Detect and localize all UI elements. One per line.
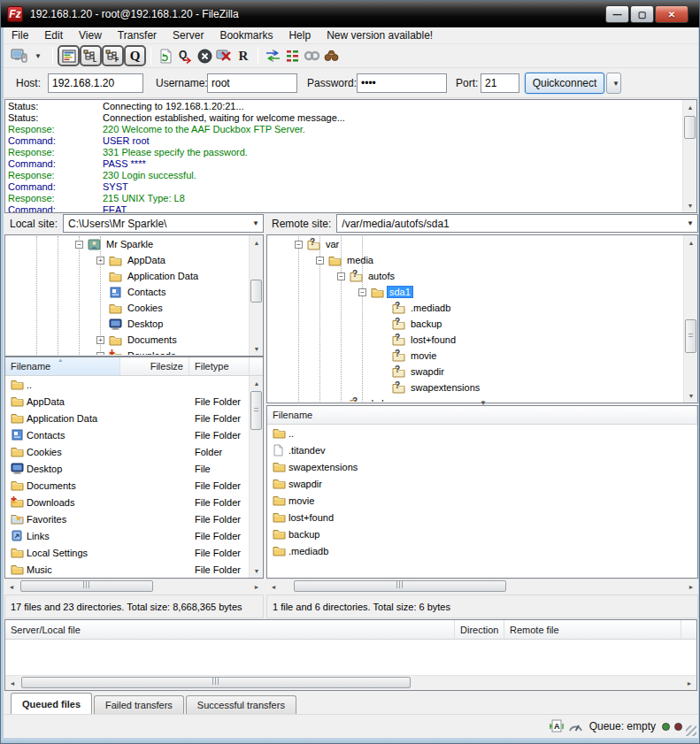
toggle-local-tree-icon[interactable]: L bbox=[80, 45, 102, 66]
queue-column-header-server-local-file[interactable]: Server/Local file bbox=[5, 620, 455, 639]
file-row-favorites[interactable]: ★FavoritesFile Folder bbox=[5, 510, 263, 527]
file-row-local-settings[interactable]: Local SettingsFile Folder bbox=[5, 544, 263, 561]
remote-path-combobox[interactable]: /var/media/autofs/sda1 ▼ bbox=[336, 214, 698, 233]
message-log[interactable]: Status:Connecting to 192.168.1.20:21...S… bbox=[4, 99, 697, 213]
column-header-filesize[interactable]: Filesize bbox=[120, 357, 189, 375]
menu-item-file[interactable]: File bbox=[4, 27, 36, 44]
scroll-up-arrow-icon[interactable]: ▲ bbox=[250, 235, 264, 249]
tree-node-label[interactable]: Desktop bbox=[125, 318, 165, 329]
tree-node-label[interactable]: Cookies bbox=[125, 303, 165, 313]
file-row-cookies[interactable]: CookiesFolder bbox=[5, 443, 263, 460]
tree-node-swapextensions[interactable]: ?swapextensions bbox=[268, 380, 696, 395]
tree-node-label[interactable]: lost+found bbox=[408, 334, 458, 345]
menu-item-help[interactable]: Help bbox=[281, 27, 319, 44]
cancel-icon[interactable] bbox=[195, 45, 214, 66]
column-header-filetype[interactable]: Filetype bbox=[189, 357, 250, 375]
scroll-up-arrow-icon[interactable]: ▲ bbox=[250, 376, 264, 390]
tree-node--mediadb[interactable]: ?.mediadb bbox=[268, 300, 696, 316]
file-row-desktop[interactable]: DesktopFile bbox=[5, 460, 263, 477]
search-icon[interactable] bbox=[321, 45, 341, 66]
tree-node-swapdir[interactable]: ?swapdir bbox=[268, 364, 696, 380]
tree-node-label[interactable]: sda1 bbox=[387, 286, 413, 298]
maximize-button[interactable]: ▢ bbox=[630, 5, 654, 23]
tree-node-downloads[interactable]: +Downloads bbox=[6, 348, 262, 355]
file-row-swapdir[interactable]: swapdir bbox=[267, 475, 697, 492]
file-row-backup[interactable]: backup bbox=[267, 525, 697, 542]
process-queue-icon[interactable]: Q bbox=[175, 45, 195, 66]
scroll-down-arrow-icon[interactable]: ▼ bbox=[250, 341, 264, 356]
tree-node-sda1[interactable]: −sda1 bbox=[268, 284, 696, 300]
scroll-down-arrow-icon[interactable]: ▼ bbox=[683, 198, 697, 212]
file-row-appdata[interactable]: AppDataFile Folder bbox=[5, 393, 263, 410]
tree-node-label[interactable]: swapdir bbox=[408, 366, 447, 377]
remote-list-horizontal-scrollbar[interactable]: ◄ ► bbox=[266, 579, 698, 594]
port-input[interactable] bbox=[481, 73, 519, 93]
tree-node-cookies[interactable]: Cookies bbox=[6, 300, 262, 316]
username-input[interactable] bbox=[207, 73, 297, 93]
reconnect-icon[interactable]: R bbox=[234, 45, 253, 66]
file-row--titandev[interactable]: .titandev bbox=[267, 441, 697, 458]
local-tree-vertical-scrollbar[interactable]: ▲ ▼ bbox=[249, 235, 263, 356]
local-list-horizontal-scrollbar[interactable]: ◄ ► bbox=[4, 579, 264, 594]
file-row--[interactable]: .. bbox=[5, 376, 263, 393]
column-header-filename[interactable]: Filename▲ bbox=[5, 357, 120, 375]
site-manager-dropdown-icon[interactable]: ▼ bbox=[28, 45, 48, 66]
tab-successful-transfers[interactable]: Successful transfers bbox=[186, 695, 296, 714]
scroll-left-arrow-icon[interactable]: ◄ bbox=[5, 676, 19, 690]
collapse-expander-icon[interactable]: − bbox=[358, 288, 366, 296]
queue-column-header-remote-file[interactable]: Remote file bbox=[504, 620, 681, 639]
file-row--mediadb[interactable]: .mediadb bbox=[267, 542, 697, 559]
file-row-downloads[interactable]: DownloadsFile Folder bbox=[5, 494, 263, 510]
filter-icon[interactable] bbox=[282, 45, 302, 66]
collapse-expander-icon[interactable]: − bbox=[337, 272, 345, 280]
tree-node-label[interactable]: Contacts bbox=[125, 287, 168, 297]
tree-node-documents[interactable]: +Documents bbox=[6, 332, 262, 348]
tab-queued-files[interactable]: Queued files bbox=[11, 693, 92, 714]
tree-node-label[interactable]: var bbox=[323, 239, 342, 249]
toggle-remote-tree-icon[interactable]: F bbox=[102, 45, 124, 66]
combobox-dropdown-icon[interactable]: ▼ bbox=[687, 219, 694, 227]
disconnect-icon[interactable] bbox=[214, 45, 234, 66]
tree-node-label[interactable]: Application Data bbox=[125, 271, 201, 281]
directory-comparison-icon[interactable] bbox=[263, 45, 282, 66]
file-row-swapextensions[interactable]: swapextensions bbox=[267, 458, 697, 475]
scroll-left-arrow-icon[interactable]: ◄ bbox=[266, 579, 281, 594]
expand-expander-icon[interactable]: + bbox=[96, 352, 104, 356]
collapse-expander-icon[interactable]: − bbox=[75, 241, 83, 249]
scroll-left-arrow-icon[interactable]: ◄ bbox=[4, 579, 19, 594]
remote-tree-vertical-scrollbar[interactable]: ▲ ▼ bbox=[683, 235, 697, 403]
synchronized-browsing-icon[interactable] bbox=[302, 45, 321, 66]
tree-node-mr-sparkle[interactable]: −Mr Sparkle bbox=[6, 236, 262, 252]
expand-expander-icon[interactable]: + bbox=[96, 257, 104, 265]
file-row-application-data[interactable]: Application DataFile Folder bbox=[5, 410, 263, 426]
transfer-type-icon[interactable]: A bbox=[550, 719, 564, 733]
site-manager-icon[interactable] bbox=[9, 45, 28, 66]
local-list-vertical-scrollbar[interactable]: ▲ ▼ bbox=[249, 376, 263, 578]
tree-node-label[interactable]: AppData bbox=[125, 255, 168, 265]
quickconnect-button[interactable]: Quickconnect bbox=[525, 73, 604, 94]
close-button[interactable]: ✕ bbox=[655, 5, 688, 23]
tree-node-appdata[interactable]: +AppData bbox=[6, 252, 262, 268]
queue-horizontal-scrollbar[interactable]: ◄ ► bbox=[5, 675, 696, 690]
scroll-right-arrow-icon[interactable]: ► bbox=[684, 579, 698, 594]
scroll-up-arrow-icon[interactable]: ▲ bbox=[683, 100, 697, 114]
menu-item-transfer[interactable]: Transfer bbox=[110, 27, 165, 44]
file-row-links[interactable]: LinksFile Folder bbox=[5, 527, 263, 544]
password-input[interactable] bbox=[357, 73, 447, 93]
collapse-expander-icon[interactable]: − bbox=[295, 241, 303, 249]
tree-node-contacts[interactable]: Contacts bbox=[6, 284, 262, 300]
local-path-combobox[interactable]: C:\Users\Mr Sparkle\ ▼ bbox=[63, 214, 264, 233]
menu-item-server[interactable]: Server bbox=[165, 27, 212, 44]
tree-node-label[interactable]: dvd bbox=[365, 398, 387, 402]
remote-directory-tree[interactable]: −?var−media−?autofs−sda1?.mediadb?backup… bbox=[266, 234, 698, 403]
host-input[interactable] bbox=[48, 73, 143, 93]
tree-node-label[interactable]: Downloads bbox=[125, 350, 178, 355]
log-vertical-scrollbar[interactable]: ▲ ▼ bbox=[682, 100, 696, 212]
tree-node-label[interactable]: Mr Sparkle bbox=[104, 239, 156, 249]
column-header-filename[interactable]: Filename bbox=[267, 406, 697, 424]
collapse-expander-icon[interactable]: − bbox=[316, 257, 324, 265]
tree-node-desktop[interactable]: Desktop bbox=[6, 316, 262, 332]
tree-node-backup[interactable]: ?backup bbox=[268, 316, 696, 332]
tree-node-autofs[interactable]: −?autofs bbox=[268, 268, 696, 284]
tree-node-label[interactable]: autofs bbox=[365, 271, 397, 281]
